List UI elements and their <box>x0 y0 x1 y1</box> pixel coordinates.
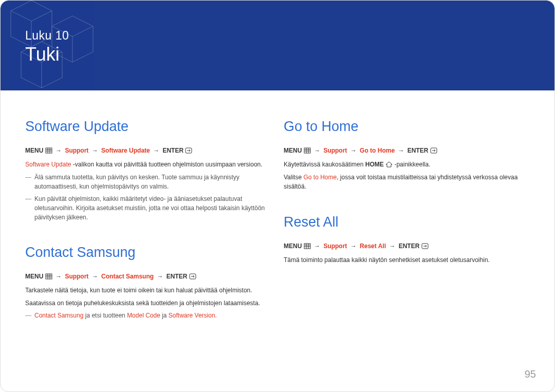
path-item: Go to Home <box>360 147 395 154</box>
note-2: Kun päivität ohjelmiston, kaikki määrite… <box>25 194 271 222</box>
svg-marker-21 <box>386 162 392 167</box>
path-menu: MENU <box>25 147 43 154</box>
svg-rect-22 <box>304 244 310 249</box>
path-item: Software Update <box>101 147 150 154</box>
arrow-icon: → <box>398 147 404 154</box>
enter-icon <box>421 243 429 249</box>
home-icon <box>385 161 393 167</box>
paragraph-2: Valitse Go to Home, jossa voit toistaa m… <box>284 173 530 192</box>
heading-software-update: Software Update <box>25 119 271 135</box>
menu-grid-icon <box>45 147 52 154</box>
svg-rect-3 <box>46 148 52 153</box>
paragraph-1: Tarkastele näitä tietoja, kun tuote ei t… <box>25 286 271 295</box>
path-enter: ENTER <box>408 147 429 154</box>
arrow-icon: → <box>389 242 395 250</box>
arrow-icon: → <box>55 147 62 154</box>
path-enter: ENTER <box>399 242 420 250</box>
chapter-title: Tuki <box>25 44 530 65</box>
menu-grid-icon <box>304 243 311 249</box>
path-item: Reset All <box>360 242 386 250</box>
heading-go-to-home: Go to Home <box>284 119 530 135</box>
heading-contact-samsung: Contact Samsung <box>25 245 271 260</box>
chapter-banner: Luku 10 Tuki <box>1 1 554 90</box>
path-menu: MENU <box>284 147 302 154</box>
p1-b: -painikkeella. <box>393 161 430 168</box>
path-enter: ENTER <box>162 147 183 154</box>
p1-bold: HOME <box>365 161 384 168</box>
menu-grid-icon <box>304 147 311 154</box>
section-reset-all: Reset All MENU → Support → Reset All → E… <box>284 214 530 265</box>
paragraph-1: Tämä toiminto palauttaa kaikki näytön se… <box>284 255 530 265</box>
menu-path-go-to-home: MENU → Support → Go to Home → ENTER <box>284 146 530 156</box>
path-support: Support <box>65 273 88 280</box>
note-end: . <box>215 312 217 319</box>
arrow-icon: → <box>92 273 98 280</box>
svg-rect-9 <box>46 274 52 279</box>
svg-rect-15 <box>304 148 310 153</box>
menu-path-contact-samsung: MENU → Support → Contact Samsung → ENTER <box>25 272 271 282</box>
path-menu: MENU <box>25 273 43 280</box>
path-enter: ENTER <box>166 273 188 280</box>
enter-icon <box>430 147 437 154</box>
note-mid-2: ja <box>160 312 169 319</box>
arrow-icon: → <box>153 147 159 154</box>
page-number: 95 <box>525 368 536 380</box>
paragraph-2: Saatavissa on tietoja puhelukeskuksista … <box>25 298 271 308</box>
arrow-icon: → <box>55 273 62 280</box>
section-contact-samsung: Contact Samsung MENU → Support → Contact… <box>25 245 271 320</box>
menu-grid-icon <box>45 273 52 279</box>
section-go-to-home: Go to Home MENU → Support → Go to Home →… <box>284 119 530 192</box>
arrow-icon: → <box>92 147 98 154</box>
path-item: Contact Samsung <box>101 273 154 280</box>
p2-red: Go to Home <box>303 174 337 181</box>
menu-path-reset-all: MENU → Support → Reset All → ENTER <box>284 241 530 251</box>
note-red-1: Contact Samsung <box>34 312 83 319</box>
arrow-icon: → <box>314 147 320 154</box>
path-support: Support <box>323 242 347 250</box>
path-menu: MENU <box>284 242 302 250</box>
path-support: Support <box>65 147 88 154</box>
note-mid: ja etsi tuotteen <box>83 312 127 319</box>
note-red-3: Software Version <box>169 312 215 319</box>
paragraph-1: Käytettävissä kaukosäätimen HOME -painik… <box>284 160 530 170</box>
arrow-icon: → <box>314 242 320 250</box>
note-contact: Contact Samsung ja etsi tuotteen Model C… <box>25 311 271 320</box>
lead-red: Software Update <box>25 161 71 168</box>
arrow-icon: → <box>350 147 357 154</box>
note-red-2: Model Code <box>127 312 160 319</box>
menu-path-software-update: MENU → Support → Software Update → ENTER <box>25 146 271 156</box>
lead-rest: -valikon kautta voi päivittää tuotteen o… <box>71 161 262 168</box>
enter-icon <box>185 147 192 154</box>
right-column: Go to Home MENU → Support → Go to Home →… <box>284 119 530 323</box>
chapter-number: Luku 10 <box>25 29 530 43</box>
p1-a: Käytettävissä kaukosäätimen <box>284 161 365 168</box>
note-1: Älä sammuta tuotetta, kun päivitys on ke… <box>25 173 271 191</box>
heading-reset-all: Reset All <box>284 214 530 230</box>
path-support: Support <box>323 147 347 154</box>
left-column: Software Update MENU → Support → Softwar… <box>25 119 271 323</box>
arrow-icon: → <box>157 273 163 280</box>
page-content: Software Update MENU → Support → Softwar… <box>1 90 554 323</box>
section-software-update: Software Update MENU → Support → Softwar… <box>25 119 271 222</box>
enter-icon <box>189 273 196 279</box>
arrow-icon: → <box>350 242 357 250</box>
lead-text: Software Update -valikon kautta voi päiv… <box>25 160 271 170</box>
p2-a: Valitse <box>284 174 303 181</box>
